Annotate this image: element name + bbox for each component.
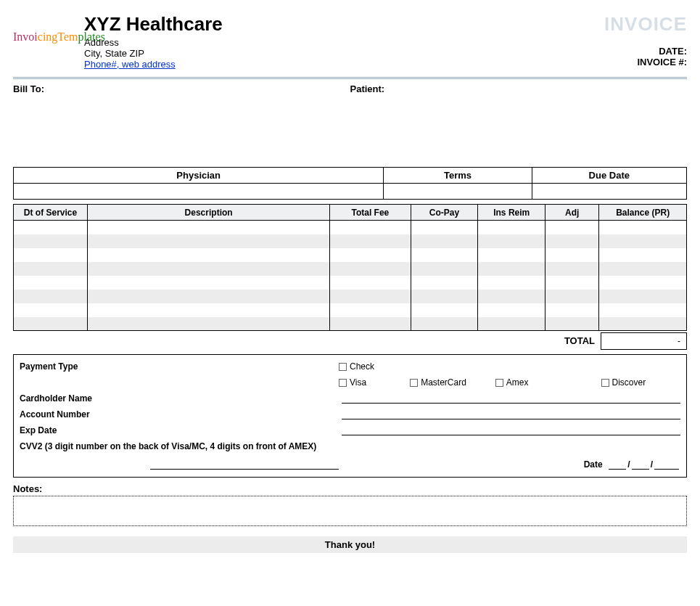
header-rule bbox=[13, 77, 687, 79]
company-contact-link[interactable]: Phone#, web address bbox=[84, 59, 176, 70]
physician-cell[interactable] bbox=[14, 184, 384, 200]
line-item-row[interactable] bbox=[14, 317, 687, 331]
cvv2-label: CVV2 (3 digit number on the back of Visa… bbox=[20, 441, 316, 451]
physician-header: Physician bbox=[14, 168, 384, 184]
line-item-row[interactable] bbox=[14, 303, 687, 317]
cardholder-name-label: Cardholder Name bbox=[20, 393, 339, 404]
exp-date-label: Exp Date bbox=[20, 425, 339, 435]
signature-line[interactable] bbox=[150, 459, 339, 470]
footer-message: Thank you! bbox=[13, 536, 687, 553]
account-number-field[interactable] bbox=[342, 409, 680, 419]
line-item-row[interactable] bbox=[14, 221, 687, 234]
line-items-table: Dt of Service Description Total Fee Co-P… bbox=[13, 204, 687, 331]
payment-section: Payment Type Check Visa MasterCard Amex … bbox=[13, 354, 687, 478]
total-value: - bbox=[601, 332, 687, 350]
company-name: XYZ Healthcare bbox=[84, 13, 604, 36]
payment-type-label: Payment Type bbox=[20, 361, 339, 372]
checkbox-icon bbox=[410, 379, 418, 387]
line-item-row[interactable] bbox=[14, 290, 687, 303]
notes-field[interactable] bbox=[13, 496, 687, 526]
invoice-number-label: INVOICE #: bbox=[604, 57, 687, 67]
due-date-header: Due Date bbox=[532, 168, 686, 184]
col-dt-of-service: Dt of Service bbox=[14, 205, 88, 221]
amex-option[interactable]: Amex bbox=[495, 377, 529, 388]
checkbox-icon bbox=[601, 379, 609, 387]
date-segment[interactable] bbox=[632, 469, 649, 470]
date-label: DATE: bbox=[604, 46, 687, 57]
checkbox-icon bbox=[495, 379, 503, 387]
account-number-label: Account Number bbox=[20, 409, 339, 419]
summary-table: Physician Terms Due Date bbox=[13, 167, 687, 200]
payment-date-label: Date bbox=[584, 459, 603, 470]
patient-label: Patient: bbox=[350, 83, 688, 94]
terms-cell[interactable] bbox=[384, 184, 532, 200]
check-option[interactable]: Check bbox=[339, 361, 374, 372]
line-item-row[interactable] bbox=[14, 276, 687, 290]
company-address-2: City, State ZIP bbox=[84, 48, 604, 59]
discover-option[interactable]: Discover bbox=[601, 377, 646, 388]
notes-label: Notes: bbox=[13, 483, 687, 494]
mastercard-option[interactable]: MasterCard bbox=[410, 377, 466, 388]
line-item-row[interactable] bbox=[14, 248, 687, 262]
terms-header: Terms bbox=[384, 168, 532, 184]
visa-option[interactable]: Visa bbox=[339, 377, 366, 388]
col-description: Description bbox=[88, 205, 330, 221]
col-co-pay: Co-Pay bbox=[411, 205, 478, 221]
cardholder-name-field[interactable] bbox=[342, 393, 680, 404]
col-balance-pr: Balance (PR) bbox=[599, 205, 687, 221]
col-total-fee: Total Fee bbox=[330, 205, 411, 221]
exp-date-field[interactable] bbox=[342, 425, 680, 435]
checkbox-icon bbox=[339, 379, 347, 387]
total-label: TOTAL bbox=[528, 332, 601, 350]
document-title: INVOICE bbox=[604, 13, 687, 36]
company-address-1: Address bbox=[84, 37, 604, 48]
checkbox-icon bbox=[339, 363, 347, 371]
line-item-row[interactable] bbox=[14, 234, 687, 248]
date-segment[interactable] bbox=[654, 469, 679, 470]
col-adj: Adj bbox=[545, 205, 599, 221]
col-ins-reim: Ins Reim bbox=[478, 205, 545, 221]
due-date-cell[interactable] bbox=[532, 184, 686, 200]
logo: InvoicingTemplates bbox=[13, 30, 78, 60]
bill-to-label: Bill To: bbox=[13, 83, 350, 94]
line-item-row[interactable] bbox=[14, 262, 687, 276]
date-segment[interactable] bbox=[609, 469, 626, 470]
